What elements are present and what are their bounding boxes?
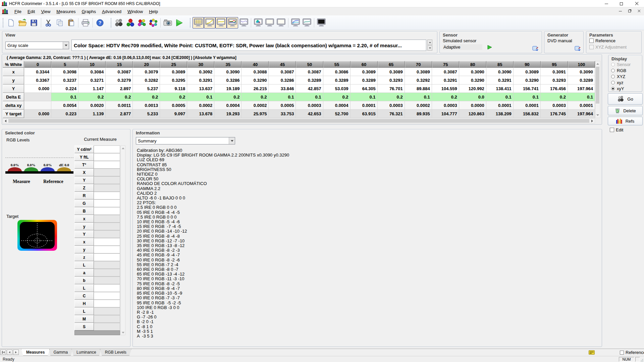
tab-rgb-levels[interactable]: RGB Levels <box>100 349 131 356</box>
table-cell[interactable]: 0.3089 <box>160 68 187 76</box>
measure-row-value[interactable] <box>94 269 120 277</box>
tab-scroll-first-button[interactable] <box>0 350 6 355</box>
table-cell[interactable]: 0.1 <box>269 93 296 101</box>
measure-row-value[interactable] <box>94 223 120 230</box>
table-cell[interactable]: 0.3295 <box>160 76 187 84</box>
table-cell[interactable]: 0.000 <box>24 110 51 118</box>
tab-measures[interactable]: Measures <box>21 349 50 356</box>
table-cell[interactable]: 0.0003 <box>378 101 405 110</box>
table-cell[interactable]: 5.233 <box>133 110 160 118</box>
view-luminance-chart-button[interactable] <box>215 17 227 28</box>
table-cell[interactable]: 42.857 <box>296 84 323 93</box>
table-cell[interactable]: 138.209 <box>486 110 514 118</box>
table-cell[interactable]: 0.2 <box>541 93 568 101</box>
minimize-button[interactable] <box>599 0 614 7</box>
save-button[interactable] <box>28 17 40 28</box>
table-cell[interactable]: 76.321 <box>378 110 405 118</box>
table-cell[interactable]: 19.189 <box>214 84 241 93</box>
measure-row-value[interactable] <box>94 284 120 292</box>
menu-edit[interactable]: Edit <box>24 8 38 15</box>
measure-row-value[interactable] <box>94 145 120 153</box>
table-cell[interactable]: 156.832 <box>514 110 541 118</box>
table-cell[interactable]: 0.3087 <box>296 68 323 76</box>
scroll-left-button[interactable] <box>3 119 8 123</box>
menu-file[interactable]: File <box>11 8 24 15</box>
table-cell[interactable]: 0.3271 <box>78 76 106 84</box>
measure-row-value[interactable] <box>94 153 120 161</box>
display-option-xyy[interactable]: xyY <box>608 85 642 92</box>
table-cell[interactable]: 120.992 <box>459 84 486 93</box>
spinner-up-button[interactable] <box>427 40 432 45</box>
measure-row-value[interactable] <box>94 292 120 300</box>
table-cell[interactable]: 0.000 <box>24 84 51 93</box>
table-cell[interactable]: 0.0004 <box>323 101 351 110</box>
menu-help[interactable]: Help <box>146 8 161 15</box>
table-cell[interactable]: 0.1 <box>296 93 323 101</box>
view-teal-curve-button[interactable] <box>301 17 313 28</box>
table-cell[interactable]: 0.3289 <box>351 76 378 84</box>
table-cell[interactable]: 0.2 <box>378 93 405 101</box>
spinner-down-button[interactable] <box>427 45 432 51</box>
table-cell[interactable]: 0.0001 <box>514 101 541 110</box>
view-blank-2-button[interactable] <box>275 17 287 28</box>
table-cell[interactable]: 0.3087 <box>432 68 459 76</box>
table-cell[interactable]: 0.0054 <box>51 101 78 110</box>
reference-checkbox[interactable]: Reference <box>589 38 638 43</box>
table-cell[interactable]: 0.3079 <box>133 68 160 76</box>
measure-row-value[interactable] <box>94 199 120 207</box>
measure-row-value[interactable] <box>94 238 120 246</box>
table-cell[interactable]: 0.3291 <box>432 76 459 84</box>
table-cell[interactable]: 63.915 <box>351 110 378 118</box>
table-cell[interactable]: 9.118 <box>160 84 187 93</box>
table-cell[interactable]: 0.0001 <box>486 101 514 110</box>
table-cell[interactable] <box>24 101 51 110</box>
table-cell[interactable]: 0.3092 <box>187 68 214 76</box>
new-file-button[interactable] <box>5 17 17 28</box>
table-cell[interactable]: 104.559 <box>432 84 459 93</box>
secondaries-measure-button[interactable] <box>136 17 148 28</box>
table-cell[interactable]: 0.3089 <box>351 68 378 76</box>
scroll-up-button[interactable] <box>595 61 600 66</box>
table-cell[interactable]: 0.3290 <box>241 76 269 84</box>
menu-advanced[interactable]: Advanced <box>99 8 124 15</box>
table-cell[interactable]: 0.3086 <box>323 68 351 76</box>
table-cell[interactable]: 0.0 <box>459 93 486 101</box>
table-cell[interactable]: 0.0013 <box>133 101 160 110</box>
table-cell[interactable]: 1.139 <box>78 110 106 118</box>
table-cell[interactable]: 0.3293 <box>541 76 568 84</box>
table-cell[interactable]: 33.846 <box>269 84 296 93</box>
measure-row-value[interactable] <box>94 315 120 323</box>
measure-row-value[interactable] <box>94 192 120 199</box>
table-cell[interactable]: 0.3291 <box>187 76 214 84</box>
table-cell[interactable]: 104.777 <box>432 110 459 118</box>
table-cell[interactable]: 0.0002 <box>187 101 214 110</box>
table-cell[interactable]: 42.653 <box>296 110 323 118</box>
scrollbar-thumb[interactable] <box>8 119 589 123</box>
table-cell[interactable]: 0.1 <box>486 93 514 101</box>
tab-luminance[interactable]: Luminance <box>71 349 101 356</box>
table-cell[interactable]: 0.3088 <box>241 68 269 76</box>
grayscale-measure-button[interactable] <box>113 17 125 28</box>
table-cell[interactable]: 0.224 <box>51 84 78 93</box>
table-cell[interactable]: 156.741 <box>514 84 541 93</box>
table-cell[interactable]: 0.3289 <box>568 76 595 84</box>
view-delta-chart-button[interactable] <box>238 17 250 28</box>
table-cell[interactable]: 0.3087 <box>106 68 133 76</box>
measure-row-value[interactable] <box>94 261 120 269</box>
table-cell[interactable]: 0.0005 <box>269 101 296 110</box>
run-measures-button[interactable] <box>173 17 185 28</box>
view-blank-1-button[interactable] <box>264 17 275 28</box>
delete-button[interactable]: Delete <box>608 106 643 115</box>
table-cell[interactable]: 0.3289 <box>323 76 351 84</box>
close-button[interactable] <box>629 0 644 7</box>
view-rgb-levels-chart-button[interactable] <box>227 17 238 28</box>
table-cell[interactable]: 26.215 <box>241 84 269 93</box>
scrollbar-thumb[interactable] <box>596 67 599 104</box>
table-cell[interactable]: 0.3237 <box>51 76 78 84</box>
measure-row-value[interactable] <box>94 253 120 261</box>
information-select-arrow-button[interactable] <box>229 137 235 144</box>
table-cell[interactable]: 0.0002 <box>405 101 432 110</box>
table-cell[interactable]: 13.637 <box>187 84 214 93</box>
display-option-xyz[interactable]: XYZ <box>608 73 642 79</box>
view-select[interactable]: Gray scale <box>5 42 69 49</box>
